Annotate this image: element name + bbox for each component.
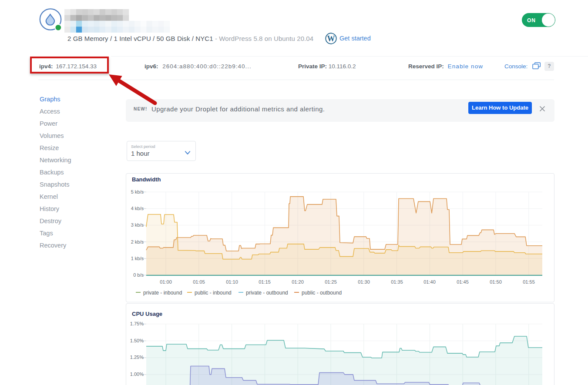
svg-text:W: W bbox=[327, 34, 335, 43]
